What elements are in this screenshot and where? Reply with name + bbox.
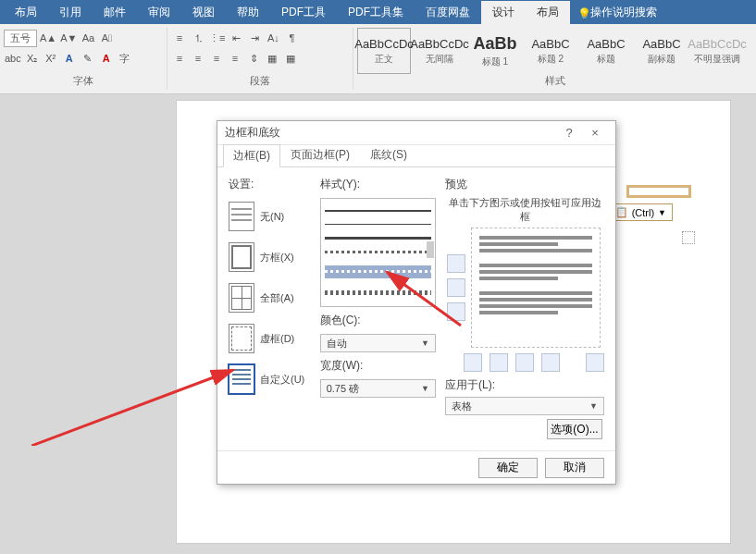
width-label: 宽度(W): (320, 358, 436, 374)
align-right-icon[interactable]: ≡ (208, 50, 225, 67)
tab-layout1[interactable]: 布局 (4, 1, 48, 24)
paste-options-smarttag[interactable]: 📋 (Ctrl) ▼ (609, 203, 673, 221)
tab-layout2[interactable]: 布局 (526, 1, 570, 24)
cancel-button[interactable]: 取消 (545, 458, 604, 478)
multilevel-icon[interactable]: ⋮≡ (208, 30, 226, 46)
dialog-tabstrip: 边框(B) 页面边框(P) 底纹(S) (217, 145, 615, 167)
border-diag-down-button[interactable] (464, 353, 482, 372)
pinyin-guide-icon[interactable]: 字 (117, 50, 133, 67)
apply-to-combo[interactable]: 表格▼ (445, 397, 604, 415)
border-left-button[interactable] (490, 353, 508, 372)
tab-view[interactable]: 视图 (181, 1, 226, 24)
tab-references[interactable]: 引用 (48, 1, 93, 24)
setting-custom[interactable]: 自定义(U) (229, 363, 311, 396)
list-item[interactable] (325, 290, 431, 295)
tab-baidu[interactable]: 百度网盘 (415, 1, 481, 24)
dialog-close-button[interactable]: × (582, 126, 608, 140)
increase-indent-icon[interactable]: ⇥ (246, 30, 263, 46)
strikethrough-icon[interactable]: abc (4, 50, 22, 67)
dialog-help-button[interactable]: ? (556, 126, 582, 140)
justify-icon[interactable]: ≡ (227, 50, 243, 67)
ok-button[interactable]: 确定 (478, 458, 538, 478)
tab-mailings[interactable]: 邮件 (93, 1, 137, 24)
style-nospacing[interactable]: AaBbCcDc无间隔 (413, 28, 466, 74)
highlight-icon[interactable]: ✎ (80, 50, 96, 67)
borders-dropdown-icon[interactable]: ▦ (282, 50, 299, 67)
ribbon-tabs: 布局 引用 邮件 审阅 视图 帮助 PDF工具 PDF工具集 百度网盘 设计 布… (0, 0, 756, 24)
align-left-icon[interactable]: ≡ (171, 50, 188, 67)
color-combo[interactable]: 自动▼ (320, 334, 436, 352)
font-group-label: 字体 (4, 74, 163, 90)
options-button[interactable]: 选项(O)... (547, 419, 602, 439)
line-style-listbox[interactable] (320, 198, 436, 307)
list-item[interactable] (325, 210, 431, 212)
style-heading1[interactable]: AaBb标题 1 (468, 28, 522, 74)
decrease-indent-icon[interactable]: ⇤ (228, 30, 244, 46)
style-normal[interactable]: AaBbCcDc正文 (357, 28, 411, 74)
setting-none[interactable]: 无(N) (229, 200, 311, 233)
tell-me-search[interactable]: 💡 操作说明搜索 (577, 5, 657, 20)
selected-table-outline (626, 185, 691, 198)
border-top-button[interactable] (447, 254, 465, 273)
width-combo[interactable]: 0.75 磅▼ (320, 379, 436, 398)
tab-design[interactable]: 设计 (481, 1, 526, 24)
list-item-selected[interactable] (325, 265, 431, 278)
chevron-down-icon: ▼ (421, 384, 429, 393)
style-column: 样式(Y): 颜色(C): 自动▼ 宽度(W): 0.75 磅▼ (320, 177, 436, 441)
tab-review[interactable]: 审阅 (137, 1, 181, 24)
dialog-tab-borders[interactable]: 边框(B) (223, 144, 280, 167)
text-effects-icon[interactable]: A (61, 50, 78, 67)
styles-group-label: 样式 (357, 74, 752, 90)
list-item[interactable] (325, 251, 431, 253)
list-item[interactable] (325, 224, 431, 225)
superscript-icon[interactable]: X² (43, 50, 59, 67)
chevron-down-icon: ▼ (658, 208, 666, 217)
paragraph-group: ≡ ⒈ ⋮≡ ⇤ ⇥ A↓ ¶ ≡ ≡ ≡ ≡ ⇕ ▦ ▦ 段落 (167, 24, 353, 93)
subscript-icon[interactable]: X₂ (24, 50, 41, 67)
ribbon-groups: 五号 A▲ A▼ Aa A⃠ abc X₂ X² A ✎ A 字 字体 ≡ ⒈ … (0, 24, 756, 94)
sort-icon[interactable]: A↓ (265, 30, 281, 46)
dialog-tab-shading[interactable]: 底纹(S) (360, 143, 417, 166)
preview-diagram[interactable] (471, 228, 601, 348)
setting-all[interactable]: 全部(A) (229, 281, 311, 314)
tab-help[interactable]: 帮助 (226, 1, 270, 24)
font-size-combo[interactable]: 五号 (4, 30, 37, 47)
style-label: 样式(Y): (320, 177, 436, 192)
color-label: 颜色(C): (320, 313, 436, 328)
setting-box[interactable]: 方框(X) (229, 240, 311, 274)
border-right-button[interactable] (541, 353, 560, 372)
dialog-titlebar[interactable]: 边框和底纹 ? × (217, 121, 615, 145)
border-diag-up-button[interactable] (586, 353, 604, 372)
style-subtitle[interactable]: AaBbC副标题 (635, 28, 688, 74)
tab-pdftools[interactable]: PDF工具 (270, 1, 337, 24)
border-bottom-button[interactable] (447, 302, 465, 321)
border-vmiddle-button[interactable] (515, 353, 534, 372)
line-spacing-icon[interactable]: ⇕ (245, 50, 262, 67)
style-title[interactable]: AaBbC标题 (579, 28, 633, 74)
numbering-icon[interactable]: ⒈ (190, 30, 206, 46)
font-color-icon[interactable]: A (98, 50, 115, 67)
scrollbar-thumb[interactable] (427, 241, 434, 258)
styles-group: AaBbCcDc正文 AaBbCcDc无间隔 AaBb标题 1 AaBbC标题 … (353, 24, 756, 93)
show-marks-icon[interactable]: ¶ (283, 30, 300, 46)
border-hmiddle-button[interactable] (447, 278, 465, 297)
chevron-down-icon: ▼ (589, 401, 598, 411)
style-heading2[interactable]: AaBbC标题 2 (524, 28, 577, 74)
bullets-icon[interactable]: ≡ (171, 30, 188, 46)
dialog-tab-pageborder[interactable]: 页面边框(P) (280, 143, 360, 166)
shrink-font-icon[interactable]: A▼ (59, 30, 78, 46)
align-center-icon[interactable]: ≡ (190, 50, 206, 67)
style-subtle[interactable]: AaBbCcDc不明显强调 (690, 28, 744, 74)
paragraph-group-label: 段落 (171, 74, 349, 90)
bulb-icon: 💡 (577, 7, 587, 17)
grow-font-icon[interactable]: A▲ (39, 30, 57, 46)
setting-label: 设置: (229, 177, 311, 192)
chevron-down-icon: ▼ (421, 339, 429, 348)
change-case-icon[interactable]: Aa (80, 30, 96, 46)
anchor-marker (682, 231, 695, 244)
clear-format-icon[interactable]: A⃠ (98, 30, 115, 46)
shading-icon[interactable]: ▦ (264, 50, 280, 67)
setting-grid[interactable]: 虚框(D) (229, 322, 311, 355)
tab-pdftoolset[interactable]: PDF工具集 (337, 1, 415, 24)
list-item[interactable] (325, 237, 431, 240)
